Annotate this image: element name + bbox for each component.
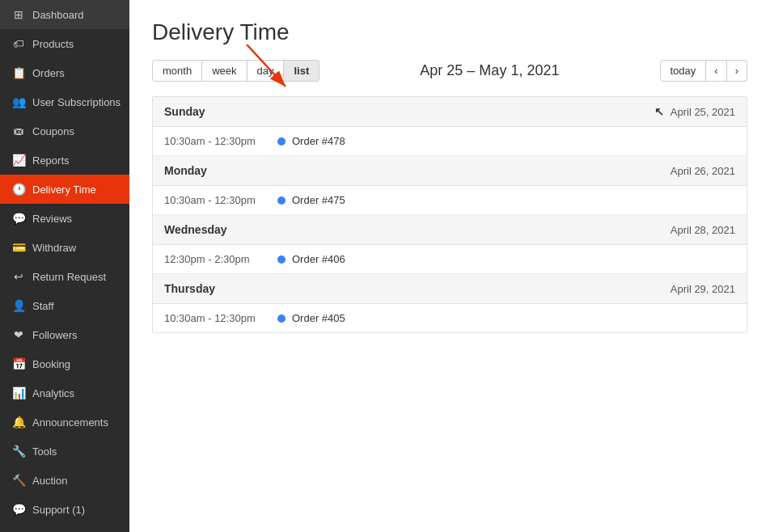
sidebar-label-orders: Orders: [32, 67, 65, 79]
day-header-3: ThursdayApril 29, 2021: [153, 274, 747, 304]
sidebar-label-products: Products: [32, 38, 74, 50]
sidebar-label-auction: Auction: [32, 475, 67, 487]
day-header-2: WednesdayApril 28, 2021: [153, 215, 747, 245]
event-time: 12:30pm - 2:30pm: [164, 253, 277, 265]
sidebar-item-dashboard[interactable]: ⊞Dashboard: [0, 0, 129, 29]
booking-icon: 📅: [11, 357, 26, 370]
support-icon: 💬: [11, 503, 26, 516]
event-label[interactable]: Order #478: [292, 135, 345, 147]
sidebar-label-user-subscriptions: User Subscriptions: [32, 96, 121, 108]
sidebar-label-support: Support (1): [32, 504, 85, 516]
sidebar-item-orders[interactable]: 📋Orders: [0, 58, 129, 87]
event-row: 12:30pm - 2:30pmOrder #406: [153, 245, 747, 274]
sidebar-label-announcements: Announcements: [32, 416, 108, 429]
prev-button[interactable]: ‹: [706, 60, 726, 82]
cursor-icon: ↖: [654, 105, 664, 118]
event-dot-icon: [277, 137, 286, 146]
event-label[interactable]: Order #475: [292, 194, 345, 206]
sidebar-item-withdraw[interactable]: 💳Withdraw: [0, 233, 129, 262]
staff-icon: 👤: [11, 299, 26, 312]
day-date: April 26, 2021: [671, 165, 735, 177]
day-date: April 29, 2021: [671, 283, 735, 295]
calendar-list: Sunday↖April 25, 202110:30am - 12:30pmOr…: [152, 96, 747, 333]
day-name: Wednesday: [164, 223, 227, 236]
coupons-icon: 🎟: [11, 125, 26, 137]
sidebar-item-reviews[interactable]: 💬Reviews: [0, 204, 129, 233]
day-name: Monday: [164, 164, 207, 177]
event-dot-icon: [277, 315, 286, 323]
view-btn-list[interactable]: list: [284, 60, 319, 82]
sidebar-item-followers[interactable]: ❤Followers: [0, 320, 129, 349]
sidebar-label-reports: Reports: [32, 154, 70, 167]
sidebar-label-followers: Followers: [32, 329, 78, 341]
view-btn-month[interactable]: month: [152, 60, 202, 82]
delivery-time-icon: 🕐: [11, 183, 26, 196]
sidebar-item-announcements[interactable]: 🔔Announcements: [0, 407, 129, 437]
today-button[interactable]: today: [660, 60, 707, 82]
sidebar-item-settings[interactable]: ⚙Settings›: [0, 524, 129, 532]
next-button[interactable]: ›: [727, 60, 747, 82]
sidebar-item-coupons[interactable]: 🎟Coupons: [0, 116, 129, 146]
event-row: 10:30am - 12:30pmOrder #405: [153, 304, 747, 332]
day-name: Sunday: [164, 105, 205, 118]
return-request-icon: ↩: [11, 270, 26, 283]
day-date: April 25, 2021: [671, 106, 735, 118]
sidebar-label-return-request: Return Request: [32, 271, 106, 283]
auction-icon: 🔨: [11, 474, 26, 487]
main-panel: Delivery Time monthweekdaylist Apr 25 – …: [129, 0, 770, 532]
sidebar-item-user-subscriptions[interactable]: 👥User Subscriptions: [0, 87, 129, 116]
view-btn-week[interactable]: week: [202, 60, 247, 82]
calendar-nav: monthweekdaylist Apr 25 – May 1, 2021 to…: [152, 60, 747, 82]
event-time: 10:30am - 12:30pm: [164, 312, 277, 324]
event-label[interactable]: Order #405: [292, 312, 345, 324]
page-title: Delivery Time: [152, 19, 747, 45]
sidebar-item-return-request[interactable]: ↩Return Request: [0, 262, 129, 291]
event-dot-icon: [277, 255, 286, 264]
event-time: 10:30am - 12:30pm: [164, 194, 277, 206]
sidebar-label-reviews: Reviews: [32, 213, 72, 225]
tools-icon: 🔧: [11, 445, 26, 458]
sidebar-item-staff[interactable]: 👤Staff: [0, 291, 129, 320]
sidebar-item-analytics[interactable]: 📊Analytics: [0, 378, 129, 407]
orders-icon: 📋: [11, 66, 26, 79]
sidebar-label-analytics: Analytics: [32, 387, 74, 399]
analytics-icon: 📊: [11, 386, 26, 399]
sidebar-label-coupons: Coupons: [32, 125, 74, 137]
day-date: April 28, 2021: [671, 224, 735, 236]
event-label[interactable]: Order #406: [292, 253, 345, 265]
sidebar-label-dashboard: Dashboard: [32, 9, 84, 21]
sidebar-label-staff: Staff: [32, 300, 54, 312]
sidebar-item-tools[interactable]: 🔧Tools: [0, 437, 129, 466]
sidebar-label-tools: Tools: [32, 445, 57, 458]
day-header-1: MondayApril 26, 2021: [153, 156, 747, 186]
event-row: 10:30am - 12:30pmOrder #475: [153, 186, 747, 215]
followers-icon: ❤: [11, 328, 26, 341]
date-range: Apr 25 – May 1, 2021: [319, 62, 659, 79]
day-header-0: Sunday↖April 25, 2021: [153, 97, 747, 127]
sidebar-label-booking: Booking: [32, 358, 70, 370]
products-icon: 🏷: [11, 37, 26, 50]
sidebar-item-support[interactable]: 💬Support (1): [0, 495, 129, 524]
announcements-icon: 🔔: [11, 416, 26, 429]
sidebar-item-booking[interactable]: 📅Booking: [0, 349, 129, 378]
event-time: 10:30am - 12:30pm: [164, 135, 277, 147]
sidebar-label-withdraw: Withdraw: [32, 242, 76, 254]
withdraw-icon: 💳: [11, 241, 26, 254]
user-subscriptions-icon: 👥: [11, 95, 26, 108]
dashboard-icon: ⊞: [11, 8, 26, 21]
sidebar-item-auction[interactable]: 🔨Auction: [0, 466, 129, 495]
sidebar-item-products[interactable]: 🏷Products: [0, 29, 129, 58]
reviews-icon: 💬: [11, 212, 26, 225]
event-dot-icon: [277, 196, 286, 205]
day-name: Thursday: [164, 282, 215, 295]
sidebar-label-delivery-time: Delivery Time: [32, 184, 96, 196]
sidebar: ⊞Dashboard🏷Products📋Orders👥User Subscrip…: [0, 0, 129, 532]
reports-icon: 📈: [11, 154, 26, 167]
sidebar-item-reports[interactable]: 📈Reports: [0, 146, 129, 175]
sidebar-item-delivery-time[interactable]: 🕐Delivery Time: [0, 175, 129, 204]
view-btn-day[interactable]: day: [248, 60, 285, 82]
event-row: 10:30am - 12:30pmOrder #478: [153, 127, 747, 156]
